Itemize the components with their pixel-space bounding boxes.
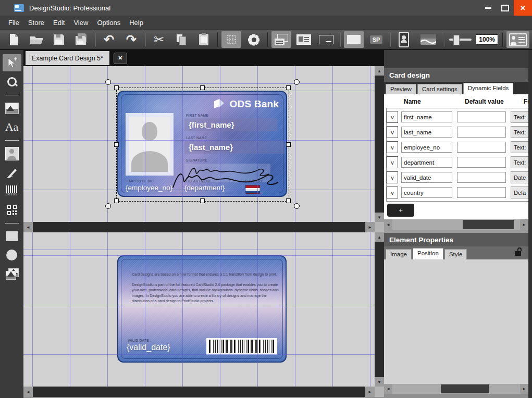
resize-handle-n[interactable] [200, 85, 205, 90]
image-tool-button[interactable] [3, 100, 21, 117]
row-expand-button[interactable]: v [387, 126, 398, 138]
rotate-handle-se[interactable] [294, 203, 300, 209]
tab-position[interactable]: Position [413, 248, 443, 259]
zoom-slider-handle[interactable] [453, 35, 460, 45]
close-button[interactable]: ✕ [514, 0, 532, 16]
card-back-text[interactable]: Card designs are based on a new format t… [132, 272, 282, 309]
signature-tool-button[interactable] [3, 164, 21, 181]
card-back-design[interactable]: Card designs are based on a new format t… [117, 255, 287, 363]
hscrollbar-thumb[interactable] [33, 387, 365, 397]
resize-handle-e[interactable] [286, 142, 291, 147]
field-default-value-input[interactable] [457, 187, 506, 198]
rotate-handle-sw[interactable] [105, 203, 111, 209]
magstripe-button[interactable] [416, 31, 440, 48]
valid-date-field[interactable]: {valid_date} [127, 343, 170, 352]
minimize-button[interactable] [479, 0, 497, 16]
element-properties-hscrollbar[interactable]: ◄ ► [384, 384, 528, 394]
hscrollbar-thumb[interactable] [463, 220, 514, 229]
sp-button[interactable]: SP [366, 31, 386, 48]
row-expand-button[interactable]: v [387, 141, 398, 153]
rectangle-tool-button[interactable] [3, 228, 21, 245]
tab-style[interactable]: Style [444, 249, 467, 259]
canvas-front[interactable]: ODS Bank FIRST NAME {first_name} LAST NA… [23, 66, 375, 222]
card-details-view-button[interactable] [294, 31, 314, 48]
new-document-button[interactable] [4, 31, 24, 48]
field-name-input[interactable] [401, 172, 452, 183]
portrait-tool-button[interactable] [3, 145, 21, 162]
field-default-value-input[interactable] [457, 157, 506, 168]
card-outline-view-button[interactable] [316, 31, 336, 48]
field-name-input[interactable] [401, 187, 452, 198]
menu-file[interactable]: File [8, 19, 19, 27]
resize-handle-sw[interactable] [114, 198, 119, 203]
field-type-button[interactable]: Text: [511, 141, 528, 153]
scroll-up-button[interactable]: ▲ [375, 66, 384, 76]
grid-settings-button[interactable] [221, 31, 241, 48]
menu-view[interactable]: View [73, 19, 88, 27]
field-default-value-input[interactable] [457, 111, 506, 122]
hscrollbar-thumb[interactable] [441, 384, 489, 393]
menu-edit[interactable]: Edit [53, 19, 65, 27]
ellipse-tool-button[interactable] [3, 246, 21, 264]
field-name-input[interactable] [401, 127, 452, 138]
resize-handle-se[interactable] [286, 198, 291, 203]
fields-hscrollbar[interactable]: ◄ ► [384, 219, 528, 230]
open-button[interactable] [27, 31, 46, 48]
tab-dynamic-fields[interactable]: Dynamic Fields [463, 83, 514, 94]
menu-store[interactable]: Store [28, 19, 44, 27]
scroll-left-button[interactable]: ◄ [23, 387, 33, 397]
menu-help[interactable]: Help [129, 19, 143, 27]
unlock-icon[interactable] [515, 251, 521, 256]
scroll-down-button[interactable]: ▼ [375, 377, 384, 387]
mobile-preview-button[interactable] [394, 31, 414, 48]
vscrollbar-thumb[interactable] [375, 76, 384, 213]
canvas-back-hscrollbar[interactable]: ◄ ► [23, 387, 375, 397]
hscrollbar-track[interactable] [392, 219, 520, 230]
field-type-button[interactable]: Text: [511, 126, 528, 138]
hscrollbar-track[interactable] [392, 384, 520, 394]
row-expand-button[interactable]: v [387, 111, 398, 123]
field-name-input[interactable] [401, 142, 452, 153]
scroll-left-button[interactable]: ◄ [384, 219, 392, 230]
scroll-left-button[interactable]: ◄ [384, 384, 392, 394]
scroll-up-button[interactable]: ▲ [375, 232, 384, 242]
resize-handle-s[interactable] [200, 198, 205, 203]
cut-button[interactable]: ✂ [149, 31, 169, 48]
scroll-down-button[interactable]: ▼ [375, 213, 384, 222]
zoom-tool-button[interactable] [3, 73, 21, 90]
row-expand-button[interactable]: v [387, 186, 398, 198]
save-button[interactable] [49, 31, 69, 48]
tab-card-settings[interactable]: Card settings [417, 84, 462, 94]
copy-button[interactable] [171, 31, 191, 48]
resize-handle-w[interactable] [114, 142, 119, 147]
settings-button[interactable] [244, 31, 264, 48]
field-default-value-input[interactable] [457, 142, 506, 153]
blank-card-view-button[interactable] [344, 31, 364, 48]
image-library-tool-button[interactable] [3, 265, 21, 282]
tab-preview[interactable]: Preview [386, 84, 416, 94]
canvas-back-vscrollbar[interactable]: ▲ ▼ [375, 232, 384, 387]
hscrollbar-thumb[interactable] [33, 222, 365, 232]
save-all-button[interactable] [71, 31, 91, 48]
resize-handle-nw[interactable] [114, 85, 119, 90]
field-type-button[interactable]: Text: [511, 111, 528, 123]
menu-options[interactable]: Options [97, 19, 120, 27]
front-back-view-button[interactable] [271, 31, 291, 48]
resize-handle-ne[interactable] [286, 85, 291, 90]
zoom-level-display[interactable]: 100% [476, 34, 498, 45]
field-type-button[interactable]: Defa [511, 186, 528, 198]
maximize-button[interactable] [497, 0, 514, 16]
id-card-editor-button[interactable] [506, 31, 529, 48]
rotate-handle-ne[interactable] [294, 79, 300, 85]
canvas-front-vscrollbar[interactable]: ▲ ▼ [375, 66, 384, 222]
redo-button[interactable]: ↷ [121, 31, 141, 48]
field-type-button[interactable]: Text: [511, 156, 528, 168]
canvas-front-hscrollbar[interactable]: ◄ ► [23, 222, 375, 232]
select-tool-button[interactable] [3, 54, 21, 71]
field-name-input[interactable] [401, 111, 452, 122]
field-default-value-input[interactable] [457, 172, 506, 183]
qrcode-tool-button[interactable] [3, 201, 21, 218]
row-expand-button[interactable]: v [387, 156, 398, 168]
tab-image[interactable]: Image [386, 249, 412, 259]
zoom-slider-track[interactable] [449, 39, 472, 41]
